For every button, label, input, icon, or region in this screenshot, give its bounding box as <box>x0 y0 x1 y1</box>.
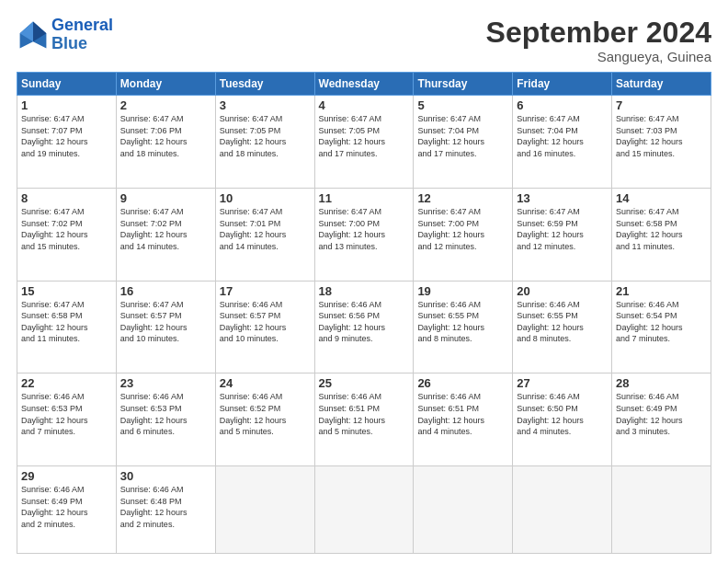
weekday-monday: Monday <box>116 73 215 96</box>
day-number: 6 <box>517 98 608 112</box>
day-number: 25 <box>319 376 410 390</box>
day-28: 28Sunrise: 6:46 AM Sunset: 6:49 PM Dayli… <box>612 373 711 466</box>
day-info: Sunrise: 6:47 AM Sunset: 7:03 PM Dayligh… <box>616 113 707 159</box>
day-info: Sunrise: 6:47 AM Sunset: 7:02 PM Dayligh… <box>21 206 112 252</box>
calendar-table: SundayMondayTuesdayWednesdayThursdayFrid… <box>17 72 711 554</box>
day-info: Sunrise: 6:47 AM Sunset: 7:00 PM Dayligh… <box>417 206 508 252</box>
empty-cell <box>513 466 612 554</box>
day-15: 15Sunrise: 6:47 AM Sunset: 6:58 PM Dayli… <box>17 281 117 373</box>
day-info: Sunrise: 6:47 AM Sunset: 7:04 PM Dayligh… <box>417 113 508 159</box>
weekday-saturday: Saturday <box>612 73 711 96</box>
weekday-header-row: SundayMondayTuesdayWednesdayThursdayFrid… <box>17 73 711 96</box>
day-info: Sunrise: 6:47 AM Sunset: 6:57 PM Dayligh… <box>120 299 211 345</box>
day-number: 17 <box>220 284 311 298</box>
day-info: Sunrise: 6:47 AM Sunset: 6:58 PM Dayligh… <box>21 299 112 345</box>
day-number: 8 <box>21 191 112 205</box>
week-row-2: 8Sunrise: 6:47 AM Sunset: 7:02 PM Daylig… <box>17 188 711 281</box>
day-number: 7 <box>616 98 707 112</box>
day-number: 20 <box>517 284 608 298</box>
day-number: 5 <box>417 98 508 112</box>
location: Sangueya, Guinea <box>486 49 711 64</box>
day-info: Sunrise: 6:47 AM Sunset: 7:07 PM Dayligh… <box>21 113 112 159</box>
page: General Blue September 2024 Sangueya, Gu… <box>0 0 728 563</box>
day-12: 12Sunrise: 6:47 AM Sunset: 7:00 PM Dayli… <box>414 188 513 281</box>
title-block: September 2024 Sangueya, Guinea <box>486 17 711 64</box>
day-22: 22Sunrise: 6:46 AM Sunset: 6:53 PM Dayli… <box>17 373 117 466</box>
logo-general: General <box>51 16 113 34</box>
day-19: 19Sunrise: 6:46 AM Sunset: 6:55 PM Dayli… <box>414 281 513 373</box>
empty-cell <box>612 466 711 554</box>
day-info: Sunrise: 6:46 AM Sunset: 6:51 PM Dayligh… <box>319 391 410 437</box>
weekday-friday: Friday <box>513 73 612 96</box>
day-14: 14Sunrise: 6:47 AM Sunset: 6:58 PM Dayli… <box>612 188 711 281</box>
day-info: Sunrise: 6:46 AM Sunset: 6:55 PM Dayligh… <box>417 299 508 345</box>
day-16: 16Sunrise: 6:47 AM Sunset: 6:57 PM Dayli… <box>116 281 215 373</box>
day-1: 1Sunrise: 6:47 AM Sunset: 7:07 PM Daylig… <box>17 96 117 189</box>
day-number: 4 <box>319 98 410 112</box>
day-number: 3 <box>220 98 311 112</box>
day-info: Sunrise: 6:46 AM Sunset: 6:53 PM Dayligh… <box>21 391 112 437</box>
day-info: Sunrise: 6:46 AM Sunset: 6:50 PM Dayligh… <box>517 391 608 437</box>
day-number: 28 <box>616 376 707 390</box>
day-number: 24 <box>220 376 311 390</box>
weekday-tuesday: Tuesday <box>215 73 314 96</box>
day-number: 27 <box>517 376 608 390</box>
day-number: 30 <box>120 469 211 483</box>
day-23: 23Sunrise: 6:46 AM Sunset: 6:53 PM Dayli… <box>116 373 215 466</box>
day-6: 6Sunrise: 6:47 AM Sunset: 7:04 PM Daylig… <box>513 96 612 189</box>
day-10: 10Sunrise: 6:47 AM Sunset: 7:01 PM Dayli… <box>215 188 314 281</box>
day-info: Sunrise: 6:46 AM Sunset: 6:49 PM Dayligh… <box>616 391 707 437</box>
day-info: Sunrise: 6:47 AM Sunset: 7:02 PM Dayligh… <box>120 206 211 252</box>
week-row-5: 29Sunrise: 6:46 AM Sunset: 6:49 PM Dayli… <box>17 466 711 554</box>
header: General Blue September 2024 Sangueya, Gu… <box>17 17 711 64</box>
logo: General Blue <box>17 17 113 53</box>
day-number: 21 <box>616 284 707 298</box>
day-number: 23 <box>120 376 211 390</box>
day-number: 13 <box>517 191 608 205</box>
day-number: 29 <box>21 469 112 483</box>
day-info: Sunrise: 6:46 AM Sunset: 6:53 PM Dayligh… <box>120 391 211 437</box>
day-number: 2 <box>120 98 211 112</box>
day-number: 1 <box>21 98 112 112</box>
day-8: 8Sunrise: 6:47 AM Sunset: 7:02 PM Daylig… <box>17 188 117 281</box>
day-number: 12 <box>417 191 508 205</box>
day-30: 30Sunrise: 6:46 AM Sunset: 6:48 PM Dayli… <box>116 466 215 554</box>
day-info: Sunrise: 6:46 AM Sunset: 6:52 PM Dayligh… <box>220 391 311 437</box>
week-row-3: 15Sunrise: 6:47 AM Sunset: 6:58 PM Dayli… <box>17 281 711 373</box>
day-number: 16 <box>120 284 211 298</box>
day-number: 9 <box>120 191 211 205</box>
day-info: Sunrise: 6:46 AM Sunset: 6:54 PM Dayligh… <box>616 299 707 345</box>
day-21: 21Sunrise: 6:46 AM Sunset: 6:54 PM Dayli… <box>612 281 711 373</box>
day-info: Sunrise: 6:47 AM Sunset: 7:06 PM Dayligh… <box>120 113 211 159</box>
day-13: 13Sunrise: 6:47 AM Sunset: 6:59 PM Dayli… <box>513 188 612 281</box>
empty-cell <box>314 466 414 554</box>
day-27: 27Sunrise: 6:46 AM Sunset: 6:50 PM Dayli… <box>513 373 612 466</box>
day-info: Sunrise: 6:47 AM Sunset: 7:05 PM Dayligh… <box>319 113 410 159</box>
logo-blue: Blue <box>51 34 87 52</box>
weekday-sunday: Sunday <box>17 73 117 96</box>
weekday-wednesday: Wednesday <box>314 73 414 96</box>
empty-cell <box>215 466 314 554</box>
day-info: Sunrise: 6:46 AM Sunset: 6:55 PM Dayligh… <box>517 299 608 345</box>
day-info: Sunrise: 6:47 AM Sunset: 7:04 PM Dayligh… <box>517 113 608 159</box>
day-number: 26 <box>417 376 508 390</box>
day-number: 19 <box>417 284 508 298</box>
day-7: 7Sunrise: 6:47 AM Sunset: 7:03 PM Daylig… <box>612 96 711 189</box>
day-info: Sunrise: 6:47 AM Sunset: 7:01 PM Dayligh… <box>220 206 311 252</box>
day-number: 15 <box>21 284 112 298</box>
day-number: 22 <box>21 376 112 390</box>
day-24: 24Sunrise: 6:46 AM Sunset: 6:52 PM Dayli… <box>215 373 314 466</box>
day-26: 26Sunrise: 6:46 AM Sunset: 6:51 PM Dayli… <box>414 373 513 466</box>
day-info: Sunrise: 6:46 AM Sunset: 6:57 PM Dayligh… <box>220 299 311 345</box>
logo-text: General Blue <box>51 17 113 53</box>
day-18: 18Sunrise: 6:46 AM Sunset: 6:56 PM Dayli… <box>314 281 414 373</box>
day-info: Sunrise: 6:46 AM Sunset: 6:48 PM Dayligh… <box>120 484 211 530</box>
day-number: 14 <box>616 191 707 205</box>
day-info: Sunrise: 6:46 AM Sunset: 6:51 PM Dayligh… <box>417 391 508 437</box>
week-row-1: 1Sunrise: 6:47 AM Sunset: 7:07 PM Daylig… <box>17 96 711 189</box>
day-2: 2Sunrise: 6:47 AM Sunset: 7:06 PM Daylig… <box>116 96 215 189</box>
day-number: 11 <box>319 191 410 205</box>
day-3: 3Sunrise: 6:47 AM Sunset: 7:05 PM Daylig… <box>215 96 314 189</box>
month-title: September 2024 <box>486 17 711 49</box>
weekday-thursday: Thursday <box>414 73 513 96</box>
